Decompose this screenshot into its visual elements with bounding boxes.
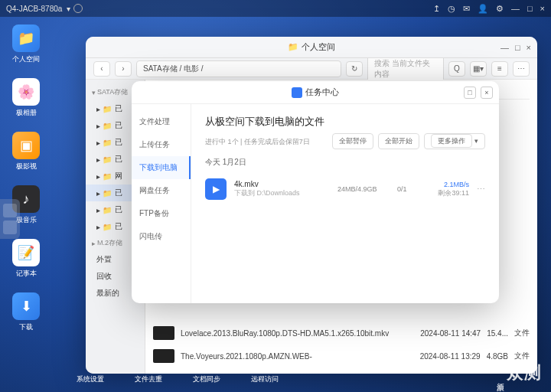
- more-btn[interactable]: ⋯: [513, 61, 530, 77]
- pause-all-btn[interactable]: 全部暂停: [332, 133, 373, 149]
- tc-date: 今天 1月2日: [205, 157, 485, 168]
- minimize-icon[interactable]: —: [511, 4, 520, 13]
- path-bar[interactable]: SATA存储 / 电影 /: [136, 60, 341, 77]
- tc-sidebar: 文件处理 上传任务 下载到电脑 网盘任务 FTP备份 闪电传: [132, 104, 191, 303]
- desktop-icon-notes[interactable]: 📝记事本: [8, 239, 44, 279]
- task-center-window: 任务中心 □× 文件处理 上传任务 下载到电脑 网盘任务 FTP备份 闪电传 从…: [132, 81, 499, 303]
- fwd-btn[interactable]: ›: [115, 61, 132, 77]
- task-path: 下载到 D:\Downloads: [234, 188, 330, 198]
- fm-title: 个人空间: [302, 41, 335, 53]
- tc-tab[interactable]: 闪电传: [132, 225, 191, 248]
- upload-icon[interactable]: ↥: [433, 4, 440, 14]
- search-input[interactable]: 搜索 当前文件夹内容: [367, 55, 444, 83]
- thumb: [153, 349, 174, 363]
- thumb: [153, 326, 174, 340]
- tc-heading: 从极空间下载到电脑的文件: [205, 115, 485, 129]
- tc-tab[interactable]: 上传任务: [132, 133, 191, 156]
- bottom-labels: 系统设置 文件去重 文档同步 远程访问: [77, 374, 279, 384]
- fm-min[interactable]: —: [500, 43, 509, 52]
- file-row[interactable]: The.Voyeurs.2021.1080p.AMZN.WEB- 2024-08…: [153, 345, 530, 368]
- tc-logo-icon: [292, 87, 302, 98]
- speed-icon[interactable]: ◷: [448, 4, 455, 14]
- task-name: 4k.mkv: [234, 180, 330, 188]
- user-icon[interactable]: 👤: [478, 4, 488, 14]
- desktop-icon-video[interactable]: ▣极影视: [8, 132, 44, 172]
- settings-icon[interactable]: ⚙: [496, 4, 504, 14]
- tc-tab[interactable]: FTP备份: [132, 202, 191, 225]
- desktop-icon-photos[interactable]: 🌸极相册: [8, 78, 44, 118]
- watermark: 新浪 众测: [494, 361, 542, 384]
- tc-close[interactable]: ×: [481, 87, 493, 99]
- dropdown-icon[interactable]: ▾: [67, 5, 70, 13]
- device-name: Q4-JACB-8780a: [6, 5, 62, 13]
- menu-btn[interactable]: ≡: [491, 61, 508, 77]
- task-more-icon[interactable]: ⋯: [477, 185, 485, 194]
- tc-tab[interactable]: 网盘任务: [132, 179, 191, 202]
- fm-close[interactable]: ×: [527, 43, 531, 52]
- task-prog: 0/1: [397, 185, 417, 193]
- task-speed: 2.1MB/s: [425, 181, 469, 188]
- globe-icon[interactable]: [73, 4, 83, 13]
- back-btn[interactable]: ‹: [93, 61, 110, 77]
- dock-item[interactable]: [3, 204, 17, 217]
- tc-max[interactable]: □: [464, 87, 476, 99]
- file-icon: ▶: [205, 178, 227, 200]
- task-eta: 剩余39:11: [425, 188, 469, 198]
- maximize-icon[interactable]: □: [527, 4, 533, 13]
- file-row[interactable]: Lovelace.2013.BluRay.1080p.DTS-HD.MA5.1.…: [153, 322, 530, 345]
- start-all-btn[interactable]: 全部开始: [378, 133, 419, 149]
- more-actions-btn[interactable]: 更多操作 ▾: [424, 133, 485, 149]
- refresh-btn[interactable]: ↻: [346, 61, 363, 77]
- tc-tab-active[interactable]: 下载到电脑: [132, 156, 191, 179]
- close-icon[interactable]: ×: [540, 4, 545, 13]
- tc-title: 任务中心: [305, 87, 339, 98]
- fm-max[interactable]: □: [515, 43, 520, 52]
- tc-sub: 进行中 1个 | 任务完成后会保留7日: [205, 137, 310, 147]
- desktop-icon-space[interactable]: 📁个人空间: [8, 24, 44, 64]
- view-btn[interactable]: ▦▾: [470, 61, 487, 77]
- mail-icon[interactable]: ✉: [463, 4, 470, 14]
- tc-tab[interactable]: 文件处理: [132, 110, 191, 133]
- desktop-icon-download[interactable]: ⬇下载: [8, 292, 44, 332]
- search-btn[interactable]: Q: [448, 61, 465, 77]
- dock-item[interactable]: [3, 220, 17, 234]
- task-size: 24MB/4.9GB: [337, 185, 390, 193]
- task-row[interactable]: ▶ 4k.mkv 下载到 D:\Downloads 24MB/4.9GB 0/1…: [205, 172, 485, 206]
- dock: [0, 199, 20, 239]
